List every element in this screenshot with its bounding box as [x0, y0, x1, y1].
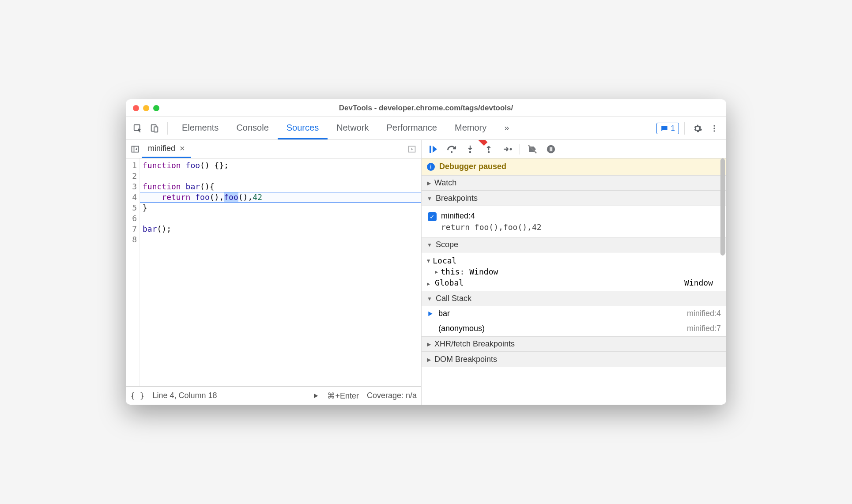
- separator: [520, 144, 520, 154]
- dom-breakpoints-header[interactable]: ▶ DOM Breakpoints: [422, 352, 726, 367]
- kebab-menu-icon[interactable]: [707, 121, 722, 136]
- separator: [684, 122, 685, 135]
- step-over-button[interactable]: [443, 142, 460, 157]
- run-shortcut-hint: ⌘+Enter: [327, 391, 359, 401]
- chevron-right-icon: ▶: [427, 281, 430, 287]
- scrollbar[interactable]: [720, 158, 726, 405]
- breakpoint-item[interactable]: ✓ minified:4 return foo(),foo(),42: [428, 209, 720, 234]
- watch-section-header[interactable]: ▶ Watch: [422, 175, 726, 191]
- pause-on-exceptions-button[interactable]: [542, 142, 560, 157]
- chevron-right-icon: ▶: [427, 341, 431, 347]
- chevron-down-icon: ▼: [427, 196, 432, 202]
- chevron-down-icon: ▼: [427, 242, 432, 248]
- main-area: minified × 12345678 function foo() {}; f…: [126, 140, 726, 405]
- tab-elements[interactable]: Elements: [173, 117, 227, 139]
- titlebar: DevTools - developer.chrome.com/tags/dev…: [126, 99, 726, 117]
- tab-performance[interactable]: Performance: [378, 117, 446, 139]
- breakpoint-checkbox[interactable]: ✓: [428, 212, 437, 221]
- sources-pane: minified × 12345678 function foo() {}; f…: [126, 140, 422, 405]
- window-controls: [133, 105, 159, 111]
- panel-tabs: Elements Console Sources Network Perform…: [173, 117, 518, 139]
- chevron-right-icon: ▶: [435, 269, 438, 275]
- editor-statusbar: { } Line 4, Column 18 ⌘+Enter Coverage: …: [126, 386, 421, 405]
- svg-point-12: [510, 148, 512, 150]
- panel-tabbar: Elements Console Sources Network Perform…: [126, 117, 726, 140]
- tab-console[interactable]: Console: [227, 117, 277, 139]
- chevron-down-icon: ▼: [427, 258, 430, 264]
- close-window-button[interactable]: [133, 105, 139, 111]
- code-content[interactable]: function foo() {}; function bar(){ retur…: [140, 158, 421, 386]
- svg-point-3: [713, 125, 715, 126]
- current-frame-icon: [427, 310, 434, 317]
- code-editor[interactable]: 12345678 function foo() {}; function bar…: [126, 158, 421, 386]
- close-tab-icon[interactable]: ×: [180, 143, 185, 154]
- devtools-window: DevTools - developer.chrome.com/tags/dev…: [126, 99, 726, 405]
- chevron-down-icon: ▼: [427, 296, 432, 302]
- window-title: DevTools - developer.chrome.com/tags/dev…: [126, 104, 726, 113]
- deactivate-breakpoints-button[interactable]: [524, 142, 541, 157]
- svg-rect-14: [551, 147, 552, 151]
- breakpoints-section-header[interactable]: ▼ Breakpoints: [422, 191, 726, 206]
- step-into-button[interactable]: [461, 142, 479, 157]
- navigator-toggle-icon[interactable]: [128, 143, 142, 156]
- more-tabs-button[interactable]: »: [495, 117, 518, 139]
- svg-point-11: [488, 151, 490, 153]
- minimize-window-button[interactable]: [143, 105, 149, 111]
- breakpoint-location: minified:4: [441, 211, 542, 221]
- breakpoints-section-body: ✓ minified:4 return foo(),foo(),42: [422, 206, 726, 237]
- debugger-controls: [422, 140, 726, 158]
- play-icon[interactable]: [312, 392, 319, 399]
- resume-button[interactable]: [424, 142, 442, 157]
- inspect-element-icon[interactable]: [130, 121, 145, 136]
- file-tab-label: minified: [148, 144, 175, 153]
- feedback-badge[interactable]: 1: [656, 123, 679, 134]
- tab-sources[interactable]: Sources: [278, 117, 328, 139]
- step-out-button[interactable]: [480, 142, 498, 157]
- settings-icon[interactable]: [690, 121, 705, 136]
- pretty-print-button[interactable]: { }: [130, 391, 145, 400]
- maximize-window-button[interactable]: [153, 105, 159, 111]
- callstack-section-header[interactable]: ▼ Call Stack: [422, 291, 726, 306]
- coverage-label: Coverage: n/a: [367, 391, 417, 400]
- svg-point-10: [469, 151, 471, 153]
- svg-point-5: [713, 130, 715, 132]
- tab-network[interactable]: Network: [328, 117, 377, 139]
- svg-point-9: [451, 151, 452, 153]
- chevron-right-icon: ▶: [427, 180, 431, 186]
- scope-section-header[interactable]: ▼ Scope: [422, 237, 726, 252]
- line-number-gutter[interactable]: 12345678: [126, 158, 140, 386]
- scrollbar-thumb[interactable]: [720, 158, 725, 256]
- scope-global[interactable]: ▶ Global Window: [426, 277, 720, 288]
- cursor-position: Line 4, Column 18: [153, 391, 217, 400]
- run-snippet-icon[interactable]: [405, 143, 418, 156]
- callstack-frame[interactable]: barminified:4: [422, 306, 726, 321]
- feedback-count: 1: [671, 124, 675, 133]
- svg-rect-13: [550, 147, 550, 151]
- svg-rect-6: [132, 146, 139, 152]
- tab-memory[interactable]: Memory: [446, 117, 495, 139]
- svg-rect-2: [154, 127, 158, 132]
- debugger-paused-banner: i Debugger paused: [422, 158, 726, 175]
- device-toggle-icon[interactable]: [147, 121, 162, 136]
- paused-label: Debugger paused: [439, 162, 506, 171]
- callstack-frame[interactable]: (anonymous)minified:7: [422, 321, 726, 336]
- svg-point-4: [713, 128, 715, 129]
- separator: [167, 122, 168, 135]
- chevron-right-icon: ▶: [427, 357, 431, 363]
- debugger-pane: i Debugger paused ▶ Watch ▼ Breakpoints …: [422, 140, 726, 405]
- scope-this[interactable]: ▶ this: Window: [426, 266, 720, 277]
- step-button[interactable]: [498, 142, 516, 157]
- breakpoint-snippet: return foo(),foo(),42: [441, 221, 542, 232]
- svg-rect-8: [430, 146, 431, 153]
- file-tabbar: minified ×: [126, 140, 421, 158]
- info-icon: i: [427, 163, 435, 171]
- xhr-breakpoints-header[interactable]: ▶ XHR/fetch Breakpoints: [422, 336, 726, 352]
- scope-local[interactable]: ▼ Local: [426, 255, 720, 266]
- file-tab-minified[interactable]: minified ×: [142, 140, 191, 158]
- callstack-section-body: barminified:4(anonymous)minified:7: [422, 306, 726, 336]
- scope-section-body: ▼ Local ▶ this: Window ▶ Global Window: [422, 252, 726, 291]
